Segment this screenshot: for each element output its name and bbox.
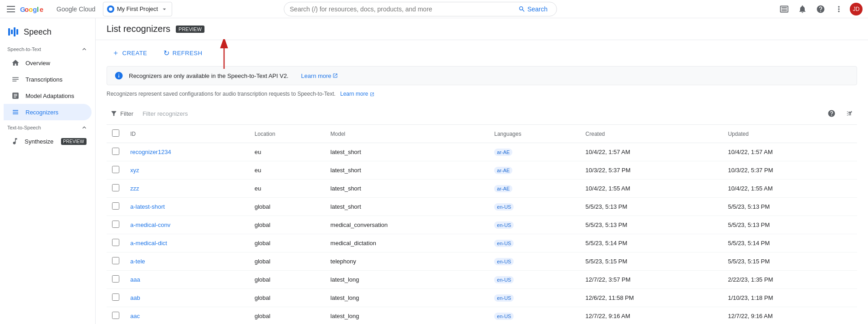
tts-section-label: Text-to-Speech — [7, 125, 41, 130]
row-checkbox-8[interactable] — [112, 293, 119, 301]
project-selector[interactable]: My First Project — [103, 2, 172, 16]
row-created: 10/4/22, 1:55 AM — [580, 180, 723, 198]
row-location: global — [249, 234, 325, 252]
row-id-link-8[interactable]: aab — [130, 294, 140, 301]
speech-to-text-items: Overview Transcriptions Model Adaptation… — [0, 55, 95, 120]
display-icon[interactable] — [777, 2, 791, 16]
project-icon — [107, 5, 114, 13]
hamburger-button[interactable] — [5, 4, 16, 15]
recognizers-icon — [11, 108, 20, 117]
header-created: Created — [580, 125, 723, 143]
sidebar-item-transcriptions[interactable]: Transcriptions — [4, 71, 92, 87]
row-checkbox-6[interactable] — [112, 257, 119, 264]
row-created: 10/4/22, 1:57 AM — [580, 143, 723, 161]
row-checkbox-0[interactable] — [112, 148, 119, 155]
row-location: global — [249, 307, 325, 324]
select-all-checkbox[interactable] — [112, 129, 119, 137]
row-checkbox-cell — [107, 252, 125, 271]
section-text-to-speech[interactable]: Text-to-Speech — [0, 120, 95, 133]
info-learn-more-link[interactable]: Learn more — [301, 72, 337, 79]
table-row: aab global latest_long en-US 12/6/22, 11… — [107, 289, 857, 307]
header-checkbox-cell — [107, 125, 125, 143]
row-id-link-2[interactable]: zzz — [130, 185, 139, 192]
refresh-button[interactable]: ↻ REFRESH — [158, 46, 208, 60]
row-id: a-medical-conv — [125, 216, 249, 234]
svg-text:l: l — [37, 5, 39, 13]
row-model: latest_long — [325, 307, 489, 324]
info-text: Recognizers are only available in the Sp… — [129, 72, 288, 79]
filter-label: Filter — [120, 110, 133, 117]
lang-chip-8: en-US — [494, 294, 514, 302]
page-preview-badge: PREVIEW — [176, 26, 204, 33]
row-model: latest_short — [325, 198, 489, 216]
row-id-link-9[interactable]: aac — [130, 313, 140, 319]
row-checkbox-cell — [107, 180, 125, 198]
row-updated: 5/5/23, 5:14 PM — [722, 234, 857, 252]
row-checkbox-cell — [107, 216, 125, 234]
row-id-link-1[interactable]: xyz — [130, 167, 139, 174]
row-location: global — [249, 216, 325, 234]
sidebar-item-synthesize[interactable]: Synthesize PREVIEW — [4, 133, 92, 149]
row-id: recognizer1234 — [125, 143, 249, 161]
recognizers-table: ID Location Model Languages Created Upda… — [107, 125, 857, 324]
row-id-link-7[interactable]: aaa — [130, 276, 140, 283]
filter-button[interactable]: Filter — [107, 108, 137, 119]
sidebar-item-model-adaptations[interactable]: Model Adaptations — [4, 87, 92, 104]
row-created: 12/7/22, 3:57 PM — [580, 271, 723, 289]
row-languages: en-US — [489, 252, 580, 271]
sub-info-learn-more-link[interactable]: Learn more — [339, 91, 374, 97]
speech-icon — [7, 26, 18, 37]
synthesize-preview-badge: PREVIEW — [61, 138, 87, 145]
nav-right: JD — [777, 2, 863, 16]
sidebar-item-recognizers[interactable]: Recognizers — [4, 104, 92, 120]
more-options-icon[interactable] — [832, 2, 846, 16]
column-settings-icon[interactable] — [842, 106, 857, 121]
sidebar-item-overview[interactable]: Overview — [4, 55, 92, 71]
row-checkbox-cell — [107, 143, 125, 161]
row-created: 12/7/22, 9:16 AM — [580, 307, 723, 324]
row-checkbox-4[interactable] — [112, 221, 119, 228]
row-checkbox-1[interactable] — [112, 166, 119, 173]
row-updated: 5/5/23, 5:13 PM — [722, 198, 857, 216]
sub-info-link-text: Learn more — [340, 91, 368, 97]
svg-rect-9 — [14, 27, 15, 36]
row-updated: 10/3/22, 5:37 PM — [722, 161, 857, 180]
create-button[interactable]: ＋ CREATE — [107, 46, 153, 61]
row-id-link-5[interactable]: a-medical-dict — [130, 240, 167, 247]
row-languages: en-US — [489, 234, 580, 252]
refresh-icon: ↻ — [163, 49, 170, 57]
row-checkbox-9[interactable] — [112, 312, 119, 319]
svg-rect-8 — [11, 30, 13, 34]
plus-icon: ＋ — [112, 48, 120, 58]
avatar[interactable]: JD — [850, 3, 863, 15]
row-languages: ar-AE — [489, 143, 580, 161]
search-button[interactable]: Search — [515, 4, 551, 15]
row-checkbox-2[interactable] — [112, 184, 119, 191]
search-input[interactable] — [290, 5, 511, 13]
help-table-icon[interactable] — [824, 106, 839, 121]
transcriptions-icon — [11, 75, 20, 84]
row-id-link-6[interactable]: a-tele — [130, 258, 145, 265]
action-bar: ＋ CREATE ↻ REFRESH — [96, 40, 868, 66]
recognizers-label: Recognizers — [26, 109, 58, 116]
row-checkbox-3[interactable] — [112, 202, 119, 210]
filter-input[interactable] — [143, 110, 819, 117]
sub-info: Recognizers represent saved configuratio… — [107, 91, 857, 97]
header-id: ID — [125, 125, 249, 143]
help-icon[interactable] — [813, 2, 828, 16]
row-checkbox-7[interactable] — [112, 275, 119, 283]
chevron-down-icon — [161, 5, 168, 13]
row-id-link-4[interactable]: a-medical-conv — [130, 221, 170, 228]
header-model: Model — [325, 125, 489, 143]
row-id-link-3[interactable]: a-latest-short — [130, 203, 165, 210]
transcriptions-label: Transcriptions — [26, 76, 62, 83]
row-checkbox-5[interactable] — [112, 239, 119, 246]
row-checkbox-cell — [107, 307, 125, 324]
row-languages: en-US — [489, 289, 580, 307]
notifications-icon[interactable] — [795, 2, 810, 16]
row-languages: en-US — [489, 307, 580, 324]
model-adaptations-icon — [11, 91, 20, 100]
table-section: Filter — [107, 103, 857, 324]
section-speech-to-text[interactable]: Speech-to-Text — [0, 42, 95, 55]
row-id-link-0[interactable]: recognizer1234 — [130, 149, 171, 155]
